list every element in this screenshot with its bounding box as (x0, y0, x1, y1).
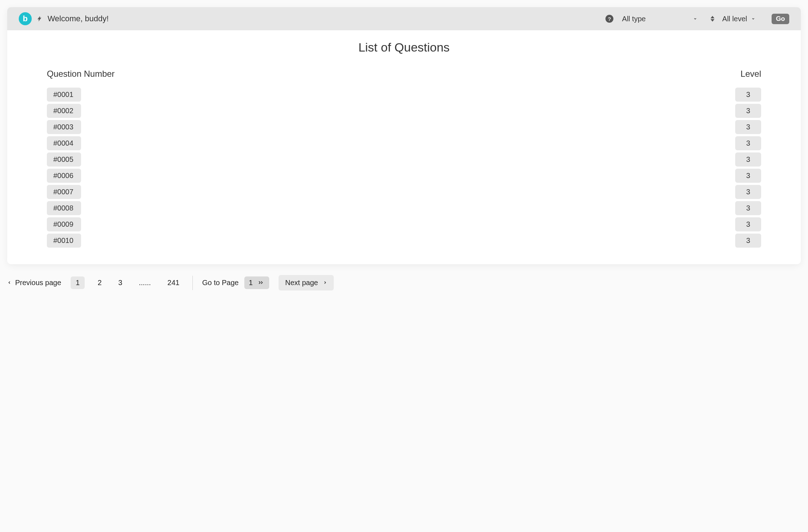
app-logo-letter: b (23, 15, 27, 23)
level-pill[interactable]: 3 (735, 136, 761, 150)
page-last-button[interactable]: 241 (164, 276, 183, 289)
level-pill[interactable]: 3 (735, 104, 761, 118)
page-ellipsis: ...... (135, 276, 154, 289)
pagination-divider (192, 276, 193, 290)
chevron-down-icon (751, 17, 756, 21)
level-pill[interactable]: 3 (735, 217, 761, 231)
type-filter-select[interactable]: All type (622, 15, 698, 23)
previous-page-button[interactable]: Previous page (7, 279, 61, 287)
next-page-button[interactable]: Next page (279, 275, 334, 291)
question-number-pill[interactable]: #0009 (47, 217, 81, 231)
go-button[interactable]: Go (772, 14, 789, 24)
level-filter-label: All level (722, 15, 747, 23)
double-chevron-right-icon (258, 279, 265, 287)
question-number-pill[interactable]: #0001 (47, 88, 81, 102)
question-number-pill[interactable]: #0002 (47, 104, 81, 118)
level-header: Level (735, 69, 761, 79)
type-filter-label: All type (622, 15, 646, 23)
goto-page-label: Go to Page (202, 279, 239, 287)
previous-page-label: Previous page (15, 279, 61, 287)
main-content: List of Questions Question Number #0001#… (7, 30, 801, 264)
chevron-left-icon (7, 279, 12, 287)
question-number-pill[interactable]: #0010 (47, 234, 81, 248)
level-pill[interactable]: 3 (735, 234, 761, 248)
help-icon[interactable]: ? (605, 15, 613, 23)
header-bar: b Welcome, buddy! ? All type All level G… (7, 7, 801, 30)
question-number-header: Question Number (47, 69, 115, 79)
next-page-label: Next page (285, 279, 318, 287)
level-pill[interactable]: 3 (735, 120, 761, 134)
pagination-bar: Previous page 1 2 3 ...... 241 Go to Pag… (7, 264, 801, 291)
question-number-pill[interactable]: #0008 (47, 201, 81, 215)
page-1-button[interactable]: 1 (71, 276, 85, 289)
page-number: 3 (118, 279, 122, 287)
chevron-down-icon (693, 17, 698, 21)
level-column: Level 3333333333 (735, 69, 761, 250)
level-pill[interactable]: 3 (735, 88, 761, 102)
level-pill[interactable]: 3 (735, 152, 761, 167)
level-filter-select[interactable]: All level (722, 15, 756, 23)
app-logo[interactable]: b (19, 12, 32, 25)
level-pill[interactable]: 3 (735, 169, 761, 183)
svg-marker-1 (711, 19, 714, 22)
svg-marker-0 (711, 16, 714, 18)
question-number-pill[interactable]: #0003 (47, 120, 81, 134)
goto-page-input[interactable]: 1 (244, 276, 269, 289)
bolt-icon (37, 15, 43, 22)
question-number-pill[interactable]: #0007 (47, 185, 81, 199)
sort-icon[interactable] (710, 15, 715, 22)
welcome-text: Welcome, buddy! (48, 14, 109, 23)
page-number: 241 (168, 279, 179, 287)
page-3-button[interactable]: 3 (115, 276, 126, 289)
question-number-pill[interactable]: #0004 (47, 136, 81, 150)
go-button-label: Go (776, 15, 785, 22)
question-number-column: Question Number #0001#0002#0003#0004#000… (47, 69, 115, 250)
app-panel: b Welcome, buddy! ? All type All level G… (7, 7, 801, 264)
page-title: List of Questions (47, 40, 761, 54)
page-number: 2 (98, 279, 102, 287)
level-pill[interactable]: 3 (735, 201, 761, 215)
question-number-pill[interactable]: #0005 (47, 152, 81, 167)
level-pill[interactable]: 3 (735, 185, 761, 199)
question-number-pill[interactable]: #0006 (47, 169, 81, 183)
goto-page-value: 1 (249, 279, 253, 287)
chevron-right-icon (323, 279, 327, 287)
page-2-button[interactable]: 2 (94, 276, 105, 289)
page-number: 1 (76, 279, 80, 287)
